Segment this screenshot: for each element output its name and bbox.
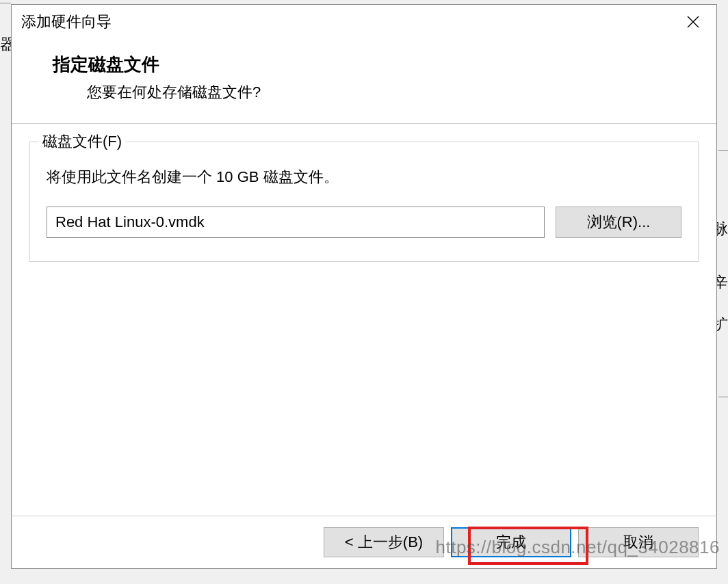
wizard-header-title: 指定磁盘文件 [53, 53, 689, 77]
add-hardware-wizard-dialog: 添加硬件向导 指定磁盘文件 您要在何处存储磁盘文件? 磁盘文件(F) 将使用此文… [11, 4, 717, 569]
wizard-button-row: < 上一步(B) 完成 取消 [12, 516, 716, 568]
dialog-title: 添加硬件向导 [21, 12, 112, 32]
close-icon[interactable] [679, 8, 707, 36]
wizard-header-subtitle: 您要在何处存储磁盘文件? [87, 82, 689, 103]
disk-file-input[interactable] [47, 207, 545, 238]
wizard-header: 指定磁盘文件 您要在何处存储磁盘文件? [12, 39, 716, 124]
fieldset-legend: 磁盘文件(F) [38, 131, 126, 152]
cancel-button[interactable]: 取消 [578, 527, 699, 557]
disk-file-fieldset: 磁盘文件(F) 将使用此文件名创建一个 10 GB 磁盘文件。 浏览(R)... [29, 142, 699, 262]
wizard-content: 磁盘文件(F) 将使用此文件名创建一个 10 GB 磁盘文件。 浏览(R)... [12, 124, 716, 516]
finish-button[interactable]: 完成 [451, 527, 571, 557]
browse-button[interactable]: 浏览(R)... [556, 207, 681, 238]
fieldset-description: 将使用此文件名创建一个 10 GB 磁盘文件。 [47, 167, 681, 187]
file-input-row: 浏览(R)... [47, 207, 681, 238]
back-button[interactable]: < 上一步(B) [324, 527, 444, 557]
titlebar: 添加硬件向导 [12, 5, 716, 39]
